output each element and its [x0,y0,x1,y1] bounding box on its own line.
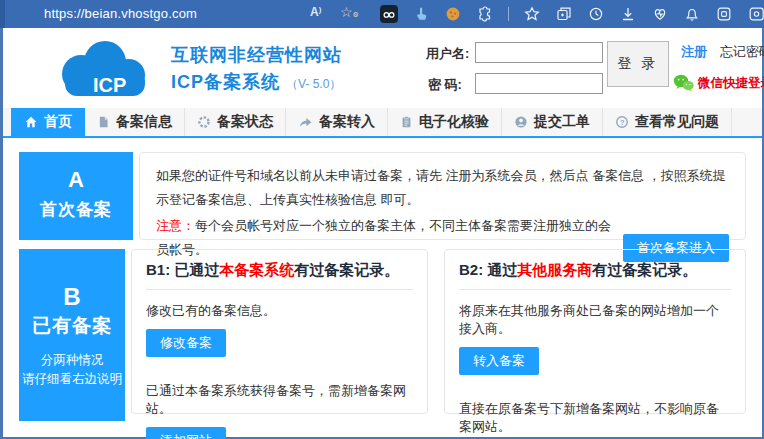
badge-existing-filing: B 已有备案 分两种情况 请仔细看右边说明 [19,249,125,421]
add-website-button-b1[interactable]: 添加网站 [146,427,226,439]
badge-label: 首次备案 [19,198,133,221]
web-capture-icon[interactable] [715,5,733,23]
tab-label: 首页 [44,113,72,131]
cookie-manager-icon[interactable] [444,5,462,23]
tab-label: 备案信息 [116,113,172,131]
b2-heading-pre: B2: 通过 [459,261,517,278]
site-title-line1: 互联网非经营性网站 [171,43,342,67]
section-existing-filing: B 已有备案 分两种情况 请仔细看右边说明 B1: 已通过本备案系统有过备案记录… [19,249,746,421]
nav-tabbar: 首页 备案信息 备案状态 备案转入 电子化核验 提交工单 [3,108,762,138]
page-content: ICP 互联网非经营性网站 ICP备案系统（V- 5.0） 用户名: 密 码: … [0,28,764,439]
b1-desc2: 已通过本备案系统获得备案号，需新增备案网站。 [146,382,413,418]
tab-label: 提交工单 [534,113,590,131]
login-panel: 用户名: 密 码: 登 录 注册 忘记密码 [423,38,759,102]
badge-letter: B [19,283,125,311]
wechat-icon [673,74,694,92]
tab-filing-info[interactable]: 备案信息 [85,108,185,136]
login-button[interactable]: 登 录 [607,41,669,87]
username-input[interactable] [475,42,603,63]
transfer-icon [298,115,313,129]
badge-label: 已有备案 [19,313,125,339]
b1-heading: B1: 已通过本备案系统有过备案记录。 [146,261,413,280]
home-icon [24,115,38,129]
icp-cloud-logo: ICP [51,40,155,98]
card-b2: B2: 通过其他服务商有过备案记录。 将原来在其他服务商处已备案的网站增加一个接… [444,249,746,414]
tab-submit-ticket[interactable]: 提交工单 [502,108,603,136]
wechat-login[interactable]: 微信快捷登录 [673,74,764,92]
badge-letter: A [19,167,133,193]
tab-faq[interactable]: ? 查看常见问题 [603,108,732,136]
b2-desc2: 直接在原备案号下新增备案网站，不影响原备案网站。 [459,400,731,436]
b1-heading-pre: B1: 已通过 [146,261,219,278]
transfer-filing-button[interactable]: 转入备案 [459,347,539,375]
password-label: 密 码: [428,76,462,94]
extensions-icon[interactable] [476,5,494,23]
browser-window: https://beian.vhostgo.com A) ☆⚙ [0,0,764,439]
b1-heading-post: 有过备案记录。 [294,261,399,278]
read-aloud-icon[interactable]: A) [310,5,321,19]
b2-desc1: 将原来在其他服务商处已备案的网站增加一个接入商。 [459,302,731,338]
immersive-reader-icon[interactable] [380,5,398,23]
touch-mode-icon[interactable] [412,5,430,23]
toolbar-divider [508,7,509,21]
badge-subtext-2: 请仔细看右边说明 [19,370,125,389]
logo-text: ICP [93,74,126,96]
tab-home[interactable]: 首页 [11,108,85,136]
password-input[interactable] [475,73,603,94]
tab-filing-status[interactable]: 备案状态 [185,108,286,136]
clipboard-icon [400,115,413,129]
divider [146,289,413,290]
tab-label: 电子化核验 [419,113,489,131]
window-edge [0,0,5,28]
modify-filing-button[interactable]: 修改备案 [146,329,226,357]
ticket-person-icon [514,115,528,129]
tab-filing-transfer[interactable]: 备案转入 [286,108,388,136]
downloads-icon[interactable] [619,5,637,23]
username-label: 用户名: [426,45,469,63]
b2-heading-highlight: 其他服务商 [517,261,592,278]
question-icon: ? [615,115,629,129]
register-link[interactable]: 注册 [681,44,707,59]
address-url[interactable]: https://beian.vhostgo.com [44,6,197,21]
site-title-line2: ICP备案系统 [171,72,280,92]
history-icon[interactable] [587,5,605,23]
wechat-login-label: 微信快捷登录 [698,75,764,92]
toolbar-icons [380,5,764,23]
browser-essentials-icon[interactable] [651,5,669,23]
divider [459,289,731,290]
b2-heading: B2: 通过其他服务商有过备案记录。 [459,261,731,280]
site-title: 互联网非经营性网站 ICP备案系统（V- 5.0） [171,43,342,94]
tab-label: 查看常见问题 [635,113,719,131]
note-label: 注意： [156,218,195,233]
main-area: A 首次备案 如果您的证件号和域名以前从未申请过备案，请先 注册为系统会员，然后… [3,138,762,421]
tab-label: 备案状态 [217,113,273,131]
collections-icon[interactable] [555,5,573,23]
b2-heading-post: 有过备案记录。 [592,261,697,278]
favorites-settings-icon[interactable]: ☆⚙ [340,4,359,20]
svg-text:?: ? [620,118,625,127]
b1-desc1: 修改已有的备案信息。 [146,302,413,320]
favorites-icon[interactable] [523,5,541,23]
browser-address-bar: https://beian.vhostgo.com A) ☆⚙ [0,0,764,28]
section-first-filing: A 首次备案 如果您的证件号和域名以前从未申请过备案，请先 注册为系统会员，然后… [19,152,746,240]
tab-everification[interactable]: 电子化核验 [388,108,502,136]
copilot-icon[interactable] [747,5,764,23]
version-label: （V- 5.0） [286,77,341,91]
site-header: ICP 互联网非经营性网站 ICP备案系统（V- 5.0） 用户名: 密 码: … [3,28,762,108]
notifications-icon[interactable] [683,5,701,23]
first-filing-card: 如果您的证件号和域名以前从未申请过备案，请先 注册为系统会员，然后点 备案信息 … [139,152,746,240]
account-links: 注册 忘记密码 [681,43,764,61]
card-b1: B1: 已通过本备案系统有过备案记录。 修改已有的备案信息。 修改备案 已通过本… [131,249,428,414]
document-icon [97,115,110,129]
status-icon [197,115,211,129]
badge-first-filing: A 首次备案 [19,152,133,240]
badge-subtext-1: 分两种情况 [19,351,125,370]
forgot-password-link[interactable]: 忘记密码 [720,44,764,59]
tab-label: 备案转入 [319,113,375,131]
b1-heading-highlight: 本备案系统 [219,261,294,278]
first-filing-intro: 如果您的证件号和域名以前从未申请过备案，请先 注册为系统会员，然后点 备案信息 … [156,164,729,212]
